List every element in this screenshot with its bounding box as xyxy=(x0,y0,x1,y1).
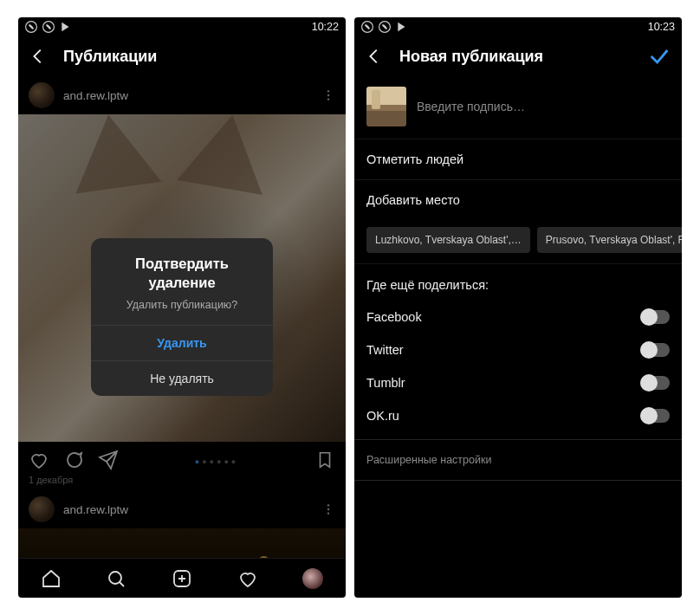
right-screen: 10:23 Новая публикация Введите подпись… … xyxy=(354,17,682,598)
add-location-row[interactable]: Добавить место xyxy=(354,180,682,220)
location-suggestions: Luzhkovo, Tverskaya Oblast',… Prusovo, T… xyxy=(354,220,682,263)
new-post-form: Введите подпись… Отметить людей Добавить… xyxy=(354,76,682,598)
back-arrow-icon[interactable] xyxy=(365,47,384,66)
home-icon[interactable] xyxy=(41,568,62,589)
dialog-title-line2: удаление xyxy=(148,275,215,290)
dialog-title-line1: Подтвердить xyxy=(135,256,229,271)
viber-icon xyxy=(361,21,373,33)
app-header: Новая публикация xyxy=(354,36,682,76)
statusbar: 10:22 xyxy=(18,17,346,36)
modal-backdrop[interactable]: Подтвердить удаление Удалить публикацию?… xyxy=(18,76,346,558)
statusbar: 10:23 xyxy=(354,17,682,36)
delete-button[interactable]: Удалить xyxy=(91,325,273,360)
share-label: Facebook xyxy=(366,310,422,324)
left-screen: 10:22 Публикации and.rew.lptw xyxy=(18,17,346,598)
svg-point-8 xyxy=(109,572,121,584)
search-icon[interactable] xyxy=(106,568,126,589)
play-store-icon xyxy=(396,21,408,33)
share-okru-row: OK.ru xyxy=(354,399,682,432)
new-post-icon[interactable] xyxy=(172,568,192,589)
viber-icon xyxy=(25,21,37,33)
cancel-button[interactable]: Не удалять xyxy=(91,360,273,396)
dialog-title: Подтвердить удаление xyxy=(91,238,273,295)
share-twitter-toggle[interactable] xyxy=(640,343,670,357)
caption-input[interactable]: Введите подпись… xyxy=(417,100,525,113)
page-title: Новая публикация xyxy=(399,48,543,66)
share-tumblr-row: Tumblr xyxy=(354,366,682,399)
viber-icon-2 xyxy=(379,21,391,33)
advanced-settings-row[interactable]: Расширенные настройки xyxy=(354,440,682,480)
page-title: Публикации xyxy=(63,48,157,66)
share-tumblr-toggle[interactable] xyxy=(640,376,670,390)
share-label: Tumblr xyxy=(366,376,405,390)
profile-tab-avatar[interactable] xyxy=(302,568,323,589)
statusbar-icons xyxy=(361,21,408,33)
dialog-subtitle: Удалить публикацию? xyxy=(91,294,273,325)
tag-people-row[interactable]: Отметить людей xyxy=(354,139,682,179)
confirm-check-icon[interactable] xyxy=(647,44,671,68)
play-store-icon xyxy=(60,21,72,33)
caption-row: Введите подпись… xyxy=(354,76,682,139)
bottom-tabbar xyxy=(18,558,346,598)
app-header: Публикации xyxy=(18,36,346,76)
share-label: Twitter xyxy=(366,343,404,357)
statusbar-icons xyxy=(25,21,72,33)
feed: and.rew.lptw ●●●●●● 1 декаб xyxy=(18,76,346,558)
post-thumbnail[interactable] xyxy=(366,87,406,126)
viber-icon-2 xyxy=(42,21,55,33)
statusbar-time: 10:22 xyxy=(312,21,339,33)
share-facebook-toggle[interactable] xyxy=(640,310,670,324)
activity-icon[interactable] xyxy=(237,568,258,589)
statusbar-time: 10:23 xyxy=(648,21,675,33)
share-section-label: Где ещё поделиться: xyxy=(354,264,682,301)
confirm-delete-dialog: Подтвердить удаление Удалить публикацию?… xyxy=(91,238,273,397)
back-arrow-icon[interactable] xyxy=(29,47,48,66)
share-label: OK.ru xyxy=(366,409,399,423)
share-twitter-row: Twitter xyxy=(354,333,682,366)
share-okru-toggle[interactable] xyxy=(640,409,670,423)
divider xyxy=(354,480,682,481)
share-facebook-row: Facebook xyxy=(354,301,682,333)
location-chip[interactable]: Luzhkovo, Tverskaya Oblast',… xyxy=(366,227,530,253)
location-chip[interactable]: Prusovo, Tverskaya Oblast', R… xyxy=(537,227,682,253)
